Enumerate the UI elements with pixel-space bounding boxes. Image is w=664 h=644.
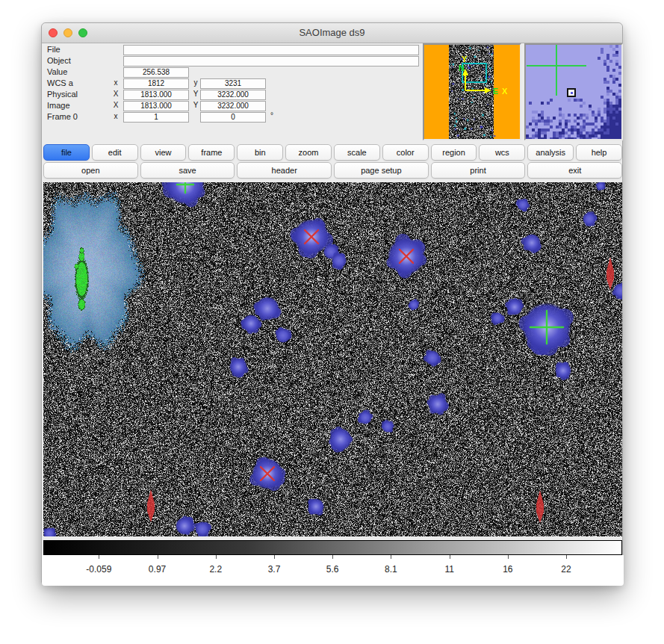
physical-y-label: Y (190, 90, 201, 98)
frame-zoom-field[interactable]: 1 (123, 112, 189, 123)
image-x-field[interactable]: 1813.000 (123, 101, 189, 111)
info-row-image: Image X 1813.000 Y 3232.000 (45, 101, 422, 111)
image-y-field[interactable]: 3232.000 (200, 101, 266, 111)
image-display[interactable] (43, 182, 622, 536)
menu-bar: file edit view frame bin zoom scale colo… (43, 144, 622, 161)
colorbar-tick-label: 11 (444, 564, 453, 575)
wcs-x-field[interactable]: 1812 (123, 78, 189, 89)
colorbar-tick-label: 3.7 (268, 564, 281, 575)
colorbar-tickmark (274, 555, 275, 559)
colorbar-tickmark (158, 555, 158, 559)
frame-rotate-field[interactable]: 0 (200, 112, 266, 123)
exit-button[interactable]: exit (527, 162, 622, 179)
print-button[interactable]: print (431, 162, 526, 179)
colorbar-tickmark (332, 555, 333, 559)
colorbar-tickmark (566, 555, 567, 559)
menu-button-zoom[interactable]: zoom (285, 144, 332, 161)
colorbar-tick-label: 2.2 (209, 564, 222, 575)
value-field[interactable]: 256.538 (123, 67, 189, 78)
colorbar-tickmark (391, 555, 391, 559)
titlebar[interactable]: SAOImage ds9 (42, 23, 622, 43)
colorbar-tickmark (450, 555, 450, 559)
colorbar-tick-label: 8.1 (385, 564, 397, 575)
menu-button-edit[interactable]: edit (92, 144, 138, 161)
frame-label: Frame 0 (47, 112, 78, 121)
magnifier-canvas (526, 45, 621, 139)
magnifier-panel (524, 43, 623, 140)
physical-x-field[interactable]: 1813.000 (123, 90, 189, 100)
image-y-label: Y (190, 101, 201, 109)
menu-button-scale[interactable]: scale (334, 144, 380, 161)
menu-button-bin[interactable]: bin (237, 144, 283, 161)
menu-button-view[interactable]: view (140, 144, 187, 161)
physical-x-label: X (111, 90, 121, 98)
header-button[interactable]: header (237, 162, 332, 179)
info-row-file: File (45, 45, 422, 55)
ds9-window: SAOImage ds9 File Object Value 256.538 W… (41, 22, 623, 585)
physical-label: Physical (47, 90, 78, 99)
file-label: File (47, 45, 60, 54)
menu-button-frame[interactable]: frame (188, 144, 235, 161)
colorbar-tick-label: 0.97 (149, 564, 166, 575)
colorbar-tick-label: -0.059 (86, 564, 111, 575)
image-label: Image (47, 101, 70, 110)
info-row-physical: Physical X 1813.000 Y 3232.000 (45, 90, 422, 100)
image-x-label: X (111, 101, 121, 109)
value-label: Value (47, 67, 67, 76)
physical-y-field[interactable]: 3232.000 (200, 90, 266, 100)
page-setup-button[interactable]: page setup (334, 162, 429, 179)
wcs-y-label: y (190, 78, 201, 87)
object-field[interactable] (123, 56, 419, 66)
window-title: SAOImage ds9 (42, 27, 622, 38)
colorbar[interactable] (43, 540, 622, 555)
menu-button-file[interactable]: file (43, 144, 90, 161)
file-action-bar: open save header page setup print exit (43, 162, 622, 179)
wcs-y-field[interactable]: 3231 (200, 78, 266, 89)
menu-button-analysis[interactable]: analysis (527, 144, 574, 161)
info-row-object: Object (45, 56, 422, 66)
info-row-frame: Frame 0 x 1 0 ° (45, 112, 422, 123)
wcs-label: WCS a (47, 78, 73, 87)
menu-button-help[interactable]: help (576, 144, 622, 161)
colorbar-tickmark (99, 555, 99, 559)
colorbar-tick-label: 5.6 (326, 564, 339, 575)
frame-x-label: x (111, 112, 121, 120)
sky-canvas[interactable] (43, 182, 622, 536)
menu-button-wcs[interactable]: wcs (479, 144, 525, 161)
info-row-value: Value 256.538 (45, 67, 422, 78)
colorbar-tick-label: 22 (561, 564, 571, 575)
menu-button-color[interactable]: color (382, 144, 429, 161)
menu-button-region[interactable]: region (431, 144, 477, 161)
colorbar-tickmark (216, 555, 217, 559)
colorbar-tickmark (508, 555, 509, 559)
save-button[interactable]: save (140, 162, 235, 179)
panner-canvas[interactable] (424, 45, 520, 139)
info-row-wcs: WCS a x 1812 y 3231 (45, 78, 422, 89)
colorbar-tick-label: 16 (503, 564, 512, 575)
wcs-x-label: x (111, 78, 121, 87)
degree-symbol: ° (270, 111, 273, 120)
open-button[interactable]: open (43, 162, 138, 179)
colorbar-scale: -0.0590.972.23.75.68.1111622 (42, 555, 624, 586)
object-label: Object (47, 56, 71, 65)
file-field[interactable] (123, 45, 419, 55)
panner-panel[interactable] (423, 43, 521, 140)
